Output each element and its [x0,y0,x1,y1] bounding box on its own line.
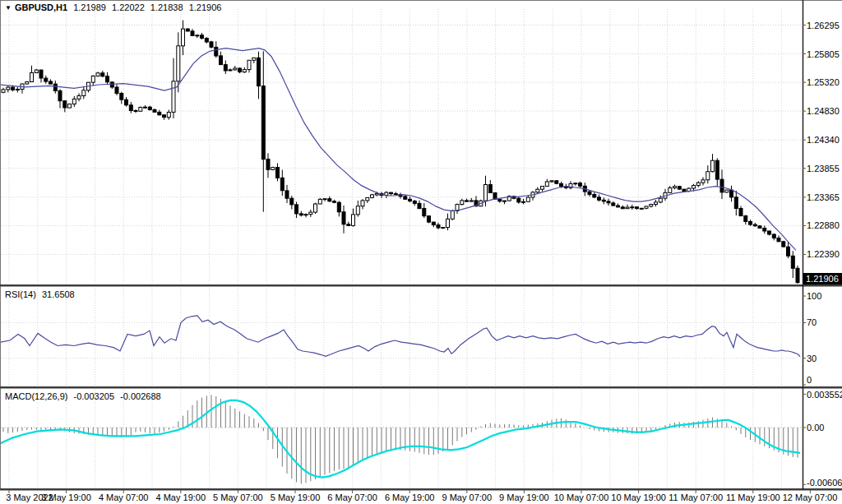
rsi-axis-label: 100 [807,291,821,301]
price-axis-label: 1.26295 [807,21,840,30]
time-axis-label: 5 May 07:00 [213,492,263,502]
rsi-axis-label: 70 [807,317,817,327]
time-axis-label: 5 May 19:00 [271,492,321,502]
rsi-plot-area[interactable] [0,288,803,385]
price-axis-label: 1.25320 [807,77,840,87]
price-axis-label: 1.25805 [807,49,840,59]
time-axis-label: 10 May 07:00 [554,492,609,502]
macd-axis-label: 0.00 [807,423,824,432]
time-axis-label: 6 May 07:00 [327,492,377,502]
time-axis-label: 4 May 19:00 [156,492,206,502]
time-axis-label: 4 May 07:00 [99,492,149,502]
time-axis-label: 9 May 19:00 [499,492,549,502]
macd-axis-label: -0.006061 [807,478,842,488]
price-axis-label: 1.24830 [807,106,840,116]
price-axis-label: 1.23365 [807,192,840,202]
macd-axis-label: 0.003552 [807,390,842,400]
rsi-axis-label: 30 [807,354,817,363]
price-axis-label: 1.24340 [807,135,840,145]
time-axis-label: 12 May 07:00 [783,492,838,502]
time-axis-label: 3 May 19:00 [41,492,91,502]
time-axis-label: 11 May 07:00 [669,492,723,502]
time-axis-label: 10 May 19:00 [611,492,666,502]
main-plot-area[interactable] [0,1,803,284]
time-axis-label: 6 May 19:00 [385,492,435,502]
time-axis-label: 9 May 07:00 [442,492,493,502]
price-axis-label: 1.23855 [807,164,840,173]
macd-plot-area[interactable] [0,390,803,488]
trading-chart-window: ▼GBPUSD,H1 1.21989 1.22022 1.21838 1.219… [0,0,842,504]
price-axis-label: 1.22880 [807,220,840,230]
rsi-axis-label: 0 [807,375,812,385]
time-axis-label: 11 May 19:00 [726,492,780,502]
price-axis-label: 1.22390 [807,249,840,259]
current-price-tag: 1.21906 [803,273,842,284]
